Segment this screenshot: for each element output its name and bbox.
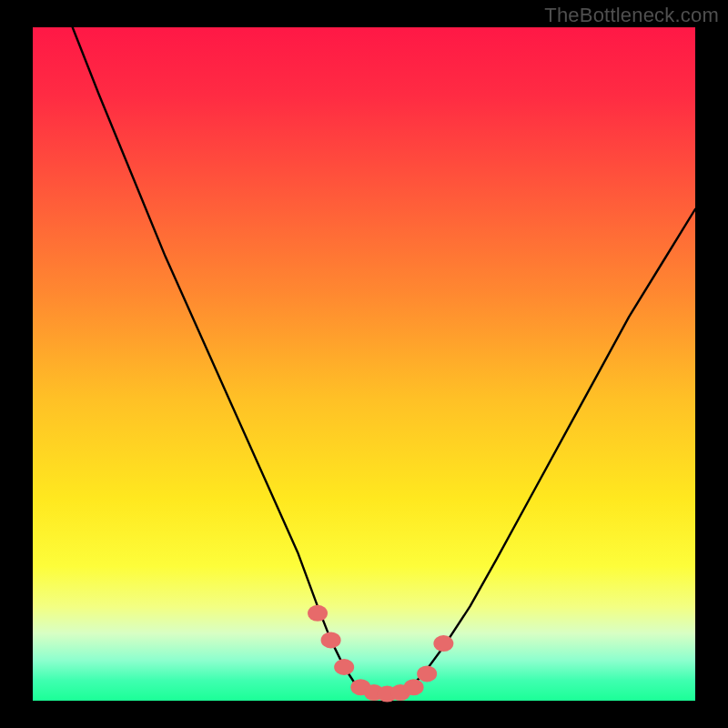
curve-marker	[334, 659, 354, 675]
curve-marker	[308, 605, 328, 622]
chart-frame: TheBottleneck.com	[0, 0, 728, 728]
chart-svg	[0, 0, 728, 728]
curve-marker	[433, 635, 453, 652]
curve-marker	[321, 632, 341, 648]
watermark-text: TheBottleneck.com	[544, 4, 719, 27]
curve-marker	[417, 665, 437, 682]
curve-marker	[404, 679, 424, 695]
gradient-background	[33, 27, 695, 701]
